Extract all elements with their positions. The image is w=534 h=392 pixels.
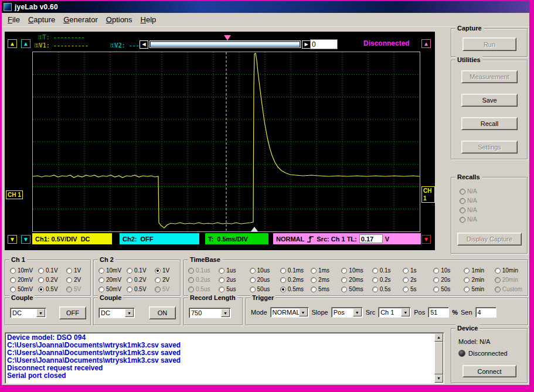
radio-option-20s[interactable]: 20s [433, 275, 464, 284]
radio-option-1v[interactable]: 1V [155, 266, 177, 275]
radio-option-0-5v[interactable]: 0.5V [38, 285, 66, 294]
radio-option-1ms[interactable]: 1ms [311, 266, 341, 275]
radio-circle-icon [495, 287, 501, 292]
radio-option-50s[interactable]: 50s [433, 285, 464, 294]
trigger-level-down-button[interactable]: ▼ [421, 235, 431, 244]
radio-option-5us[interactable]: 5us [219, 285, 249, 294]
capture-group-title: Capture [455, 25, 484, 32]
radio-circle-icon [495, 268, 501, 274]
radio-option-0-1ms[interactable]: 0.1ms [280, 266, 311, 275]
display-capture-button: Display Capture [457, 233, 522, 246]
ch1-right-tag[interactable]: CH 1 [421, 186, 435, 203]
menu-options[interactable]: Options [102, 13, 137, 26]
radio-option-10us[interactable]: 10us [250, 266, 280, 275]
radio-option-2v[interactable]: 2V [66, 275, 89, 284]
app-icon [4, 3, 12, 11]
device-model-label: Model: N/A [458, 338, 490, 345]
trigger-slope-select[interactable]: Pos ▼ [331, 307, 363, 318]
recall-button[interactable]: Recall [461, 117, 518, 130]
radio-option-20ms[interactable]: 20ms [341, 275, 372, 284]
ch2-up-button[interactable]: ▲ [21, 39, 30, 48]
title-bar[interactable]: jyeLab v0.60 [2, 1, 529, 13]
ch1-left-tag[interactable]: CH 1 [6, 190, 23, 199]
ch1-volts-radio-group: 10mV0.1V1V20mV0.2V2V50mV0.5V5V [10, 266, 89, 294]
trigger-src-select[interactable]: Ch 1 ▼ [378, 307, 411, 318]
chevron-down-icon: ▼ [401, 308, 410, 316]
trigger-position-marker[interactable] [224, 35, 231, 40]
trigger-sen-input[interactable] [475, 307, 496, 318]
ch2-down-button[interactable]: ▼ [21, 235, 30, 244]
radio-option-1v[interactable]: 1V [66, 266, 89, 275]
radio-option-2s[interactable]: 2s [403, 275, 433, 284]
trigger-level-unit: V [385, 236, 389, 243]
menu-help[interactable]: Help [137, 13, 161, 26]
radio-option-1us[interactable]: 1us [219, 266, 249, 275]
radio-option-0-5ms[interactable]: 0.5ms [280, 285, 311, 294]
radio-option-50mv[interactable]: 50mV [98, 285, 127, 294]
scope-scrollbar-track[interactable] [149, 40, 301, 48]
radio-option-0-2s[interactable]: 0.2s [372, 275, 403, 284]
radio-option-10ms[interactable]: 10ms [341, 266, 372, 275]
radio-option-2min[interactable]: 2min [464, 275, 494, 284]
ch2-on-button[interactable]: ON [149, 306, 176, 319]
menu-capture[interactable]: Capture [24, 13, 59, 26]
scroll-up-icon[interactable]: ▲ [434, 333, 443, 342]
radio-option-2us[interactable]: 2us [219, 275, 249, 284]
radio-option-5min[interactable]: 5min [464, 285, 494, 294]
radio-label: N/A [467, 188, 477, 195]
radio-option-0-1v[interactable]: 0.1V [38, 266, 66, 275]
radio-option-20mv[interactable]: 20mV [98, 275, 127, 284]
trigger-pos-input[interactable] [428, 307, 449, 318]
radio-option-custom: Custom [495, 285, 525, 294]
radio-option-50mv[interactable]: 50mV [10, 285, 38, 294]
log-line: Serial port closed [7, 372, 433, 380]
radio-option-0-5s[interactable]: 0.5s [372, 285, 403, 294]
radio-option-20mv[interactable]: 20mV [10, 275, 38, 284]
radio-option-5ms[interactable]: 5ms [311, 285, 341, 294]
ch2-couple-group: Couple DC ▼ ON [93, 298, 181, 325]
radio-option-0-2ms[interactable]: 0.2ms [280, 275, 311, 284]
ch1-up-button[interactable]: ▲ [8, 39, 17, 48]
radio-option-10mv[interactable]: 10mV [10, 266, 38, 275]
radio-label: 0.5V [134, 286, 147, 292]
radio-option-0-2v[interactable]: 0.2V [38, 275, 66, 284]
radio-option-2v[interactable]: 2V [155, 275, 177, 284]
save-button[interactable]: Save [461, 94, 518, 107]
connect-button[interactable]: Connect [462, 365, 516, 377]
radio-option-0-1v[interactable]: 0.1V [127, 266, 155, 275]
radio-label: 20mV [106, 277, 121, 283]
trigger-mode-select[interactable]: NORMAL ▼ [270, 307, 309, 318]
radio-option-5s[interactable]: 5s [403, 285, 433, 294]
scroll-left-button[interactable]: ◀ [140, 40, 148, 49]
menu-generator[interactable]: Generator [59, 13, 102, 26]
radio-label: Custom [502, 286, 522, 292]
scroll-down-icon[interactable]: ▼ [434, 374, 443, 383]
radio-label: 1V [74, 267, 81, 274]
trigger-level-value[interactable]: 0.17 [359, 234, 383, 243]
radio-option-2ms[interactable]: 2ms [311, 275, 341, 284]
radio-option-10mv[interactable]: 10mV [98, 266, 127, 275]
log-scrollbar-thumb[interactable] [434, 342, 443, 374]
ch1-couple-select[interactable]: DC ▼ [10, 308, 46, 318]
radio-option-0-5v[interactable]: 0.5V [127, 285, 155, 294]
radio-option-20us[interactable]: 20us [250, 275, 280, 284]
trigger-level-up-button[interactable]: ▲ [421, 39, 431, 48]
radio-option-50us[interactable]: 50us [250, 285, 280, 294]
radio-option-20min: 20min [495, 275, 525, 284]
ch2-couple-select[interactable]: DC ▼ [98, 308, 135, 318]
radio-option-0-2v[interactable]: 0.2V [127, 275, 155, 284]
menu-file[interactable]: File [4, 13, 24, 26]
ch1-off-button[interactable]: OFF [59, 306, 86, 319]
scope-panel: ▲ ▲ ⚿T: --------- ⚿V1: ---------- ⚿V2: -… [5, 32, 435, 250]
radio-option-10s[interactable]: 10s [433, 266, 464, 275]
radio-option-1min[interactable]: 1min [464, 266, 494, 275]
scroll-position-input[interactable] [310, 39, 338, 49]
radio-option-1s[interactable]: 1s [403, 266, 433, 275]
log-scrollbar[interactable]: ▲ ▼ [434, 333, 443, 383]
record-length-select[interactable]: 750 ▼ [189, 308, 231, 318]
scroll-right-button[interactable]: ▶ [302, 40, 311, 49]
radio-option-0-1s[interactable]: 0.1s [372, 266, 403, 275]
radio-option-50ms[interactable]: 50ms [341, 285, 372, 294]
radio-option-10min[interactable]: 10min [495, 266, 525, 275]
ch1-down-button[interactable]: ▼ [8, 235, 17, 244]
